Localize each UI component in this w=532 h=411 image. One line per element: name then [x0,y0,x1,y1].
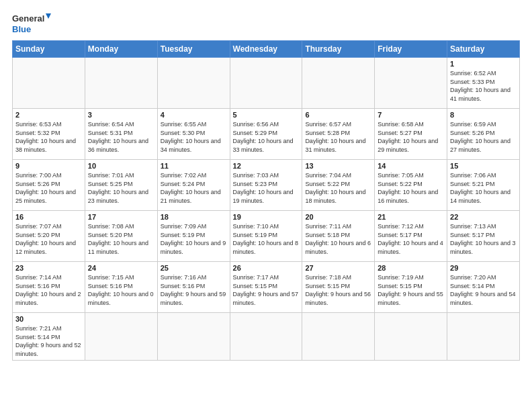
day-info: Sunrise: 6:55 AM Sunset: 5:30 PM Dayligh… [161,120,227,154]
day-number: 23 [15,264,82,272]
day-header-thursday: Thursday [302,41,375,58]
calendar-cell: 30Sunrise: 7:21 AM Sunset: 5:14 PM Dayli… [13,313,85,361]
calendar-cell: 9Sunrise: 7:00 AM Sunset: 5:26 PM Daylig… [13,160,85,211]
calendar-cell [230,313,302,361]
day-info: Sunrise: 7:04 AM Sunset: 5:22 PM Dayligh… [305,171,371,205]
calendar-cell [447,313,520,361]
day-info: Sunrise: 7:11 AM Sunset: 5:18 PM Dayligh… [305,222,371,256]
day-info: Sunrise: 6:53 AM Sunset: 5:32 PM Dayligh… [15,120,82,154]
week-row-3: 9Sunrise: 7:00 AM Sunset: 5:26 PM Daylig… [13,160,520,211]
calendar-cell: 13Sunrise: 7:04 AM Sunset: 5:22 PM Dayli… [302,160,375,211]
calendar-cell: 6Sunrise: 6:57 AM Sunset: 5:28 PM Daylig… [302,109,375,160]
calendar-cell: 27Sunrise: 7:18 AM Sunset: 5:15 PM Dayli… [302,262,375,313]
day-header-wednesday: Wednesday [230,41,302,58]
day-number: 28 [378,264,444,272]
calendar-cell: 10Sunrise: 7:01 AM Sunset: 5:25 PM Dayli… [85,160,157,211]
day-number: 11 [161,162,227,170]
calendar-cell [157,58,230,109]
calendar-cell [230,58,302,109]
calendar-cell: 5Sunrise: 6:56 AM Sunset: 5:29 PM Daylig… [230,109,302,160]
week-row-1: 1Sunrise: 6:52 AM Sunset: 5:33 PM Daylig… [13,58,520,109]
day-info: Sunrise: 6:56 AM Sunset: 5:29 PM Dayligh… [233,120,300,154]
day-info: Sunrise: 7:14 AM Sunset: 5:16 PM Dayligh… [15,273,82,307]
week-row-5: 23Sunrise: 7:14 AM Sunset: 5:16 PM Dayli… [13,262,520,313]
calendar-cell: 26Sunrise: 7:17 AM Sunset: 5:15 PM Dayli… [230,262,302,313]
calendar-cell: 12Sunrise: 7:03 AM Sunset: 5:23 PM Dayli… [230,160,302,211]
calendar-cell: 23Sunrise: 7:14 AM Sunset: 5:16 PM Dayli… [13,262,85,313]
day-info: Sunrise: 7:07 AM Sunset: 5:20 PM Dayligh… [15,222,82,256]
day-number: 1 [450,60,517,68]
day-info: Sunrise: 7:21 AM Sunset: 5:14 PM Dayligh… [15,324,82,358]
day-info: Sunrise: 7:12 AM Sunset: 5:17 PM Dayligh… [378,222,444,256]
calendar-cell: 25Sunrise: 7:16 AM Sunset: 5:16 PM Dayli… [157,262,230,313]
week-row-4: 16Sunrise: 7:07 AM Sunset: 5:20 PM Dayli… [13,211,520,262]
day-number: 20 [305,213,371,221]
svg-text:Blue: Blue [12,24,31,34]
day-header-tuesday: Tuesday [157,41,230,58]
day-number: 17 [88,213,154,221]
calendar-cell: 15Sunrise: 7:06 AM Sunset: 5:21 PM Dayli… [447,160,520,211]
calendar-cell: 16Sunrise: 7:07 AM Sunset: 5:20 PM Dayli… [13,211,85,262]
calendar-cell [302,313,375,361]
logo-svg: GeneralBlue [12,12,52,35]
day-number: 3 [88,111,154,119]
day-info: Sunrise: 7:10 AM Sunset: 5:19 PM Dayligh… [233,222,300,256]
calendar-cell: 21Sunrise: 7:12 AM Sunset: 5:17 PM Dayli… [375,211,447,262]
calendar-cell: 3Sunrise: 6:54 AM Sunset: 5:31 PM Daylig… [85,109,157,160]
day-info: Sunrise: 6:54 AM Sunset: 5:31 PM Dayligh… [88,120,154,154]
calendar-cell: 19Sunrise: 7:10 AM Sunset: 5:19 PM Dayli… [230,211,302,262]
calendar-cell: 14Sunrise: 7:05 AM Sunset: 5:22 PM Dayli… [375,160,447,211]
day-number: 26 [233,264,300,272]
header-row: SundayMondayTuesdayWednesdayThursdayFrid… [13,41,520,58]
day-number: 12 [233,162,300,170]
day-header-sunday: Sunday [13,41,85,58]
day-number: 25 [161,264,227,272]
day-number: 6 [305,111,371,119]
day-number: 15 [450,162,517,170]
calendar-cell: 18Sunrise: 7:09 AM Sunset: 5:19 PM Dayli… [157,211,230,262]
header: GeneralBlue [12,12,520,35]
day-number: 22 [450,213,517,221]
day-number: 10 [88,162,154,170]
day-info: Sunrise: 7:18 AM Sunset: 5:15 PM Dayligh… [305,273,371,307]
week-row-2: 2Sunrise: 6:53 AM Sunset: 5:32 PM Daylig… [13,109,520,160]
day-number: 24 [88,264,154,272]
day-info: Sunrise: 6:59 AM Sunset: 5:26 PM Dayligh… [450,120,517,154]
calendar-cell: 24Sunrise: 7:15 AM Sunset: 5:16 PM Dayli… [85,262,157,313]
day-info: Sunrise: 7:03 AM Sunset: 5:23 PM Dayligh… [233,171,300,205]
day-header-saturday: Saturday [447,41,520,58]
calendar-cell [302,58,375,109]
day-number: 30 [15,315,82,323]
day-number: 21 [378,213,444,221]
calendar-cell: 22Sunrise: 7:13 AM Sunset: 5:17 PM Dayli… [447,211,520,262]
calendar-table: SundayMondayTuesdayWednesdayThursdayFrid… [12,40,520,361]
calendar-cell [13,58,85,109]
day-info: Sunrise: 6:57 AM Sunset: 5:28 PM Dayligh… [305,120,371,154]
day-number: 16 [15,213,82,221]
day-info: Sunrise: 7:09 AM Sunset: 5:19 PM Dayligh… [161,222,227,256]
calendar-cell: 1Sunrise: 6:52 AM Sunset: 5:33 PM Daylig… [447,58,520,109]
day-info: Sunrise: 7:16 AM Sunset: 5:16 PM Dayligh… [161,273,227,307]
day-info: Sunrise: 6:52 AM Sunset: 5:33 PM Dayligh… [450,69,517,103]
calendar-cell [85,313,157,361]
day-number: 9 [15,162,82,170]
day-number: 7 [378,111,444,119]
day-info: Sunrise: 7:17 AM Sunset: 5:15 PM Dayligh… [233,273,300,307]
calendar-cell: 8Sunrise: 6:59 AM Sunset: 5:26 PM Daylig… [447,109,520,160]
day-info: Sunrise: 7:19 AM Sunset: 5:15 PM Dayligh… [378,273,444,307]
day-info: Sunrise: 7:20 AM Sunset: 5:14 PM Dayligh… [450,273,517,307]
day-info: Sunrise: 7:08 AM Sunset: 5:20 PM Dayligh… [88,222,154,256]
calendar-cell: 4Sunrise: 6:55 AM Sunset: 5:30 PM Daylig… [157,109,230,160]
day-number: 18 [161,213,227,221]
day-info: Sunrise: 7:15 AM Sunset: 5:16 PM Dayligh… [88,273,154,307]
calendar-cell: 2Sunrise: 6:53 AM Sunset: 5:32 PM Daylig… [13,109,85,160]
calendar-cell [85,58,157,109]
calendar-cell [157,313,230,361]
day-info: Sunrise: 7:05 AM Sunset: 5:22 PM Dayligh… [378,171,444,205]
calendar-cell: 7Sunrise: 6:58 AM Sunset: 5:27 PM Daylig… [375,109,447,160]
logo: GeneralBlue [12,12,52,35]
calendar-cell: 20Sunrise: 7:11 AM Sunset: 5:18 PM Dayli… [302,211,375,262]
day-number: 4 [161,111,227,119]
day-number: 2 [15,111,82,119]
day-number: 19 [233,213,300,221]
